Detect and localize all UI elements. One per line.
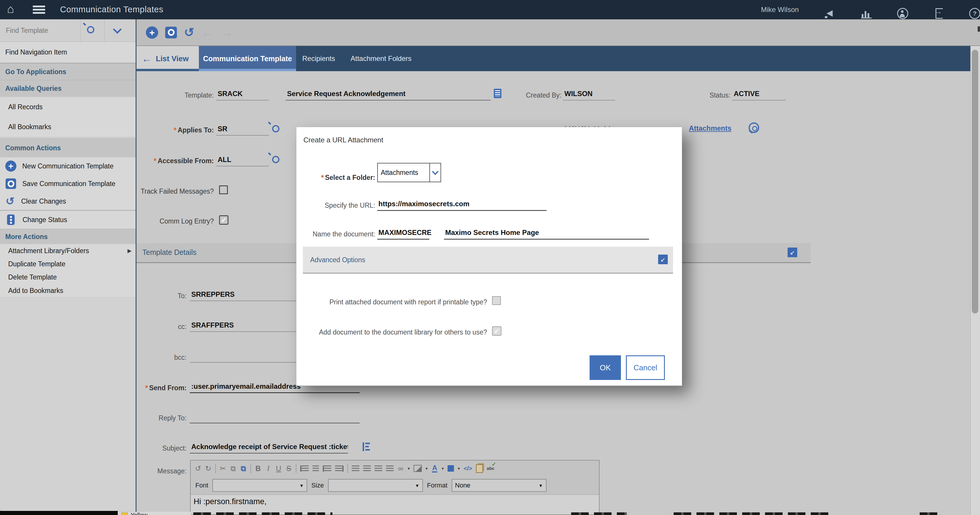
created-by-label: Created By: [508,91,562,100]
format-select[interactable]: None▼ [452,479,547,492]
subject-field[interactable]: Acknowledge receipt of Service Request :… [190,442,348,453]
app-header: ⌂ Communication Templates Mike Wilson → … [0,0,980,19]
align-left-icon[interactable] [352,466,360,472]
tab-communication-template[interactable]: Communication Template [199,46,296,71]
source-code-icon[interactable]: </> [464,464,472,473]
subject-tree-icon[interactable] [363,442,371,452]
sidebar-item-all-bookmarks[interactable]: All Bookmarks [0,117,135,137]
font-select[interactable]: ▼ [212,479,307,492]
template-field[interactable]: SRACK [216,89,269,100]
text-color-icon[interactable]: A [431,464,438,472]
cancel-button[interactable]: Cancel [626,356,665,380]
vertical-scrollbar-thumb[interactable] [972,50,978,313]
highlight-caret-icon[interactable]: ▾ [458,466,460,471]
image-icon[interactable] [414,465,422,472]
folder-select[interactable]: Attachments [377,163,441,182]
cut-icon[interactable]: ✂ [220,464,226,473]
paste-icon[interactable]: ⧉ [240,464,247,473]
sidebar-item-delete-template[interactable]: Delete Template [0,271,135,284]
tab-recipients[interactable]: Recipients [300,46,338,71]
sidebar-item-new-template[interactable]: + New Communication Template [0,157,135,175]
indent-icon[interactable] [323,466,331,472]
menu-icon[interactable] [33,6,45,14]
size-select[interactable]: ▼ [328,479,423,492]
submenu-arrow-icon: ▶ [127,247,132,254]
sidebar-header-go-to-applications[interactable]: Go To Applications [0,63,135,80]
attachments-link[interactable]: Attachments [689,124,731,133]
text-color-caret-icon[interactable]: ▾ [442,466,444,471]
editor-format-bar: Font ▼ Size ▼ Format None▼ [191,476,599,495]
highlight-icon[interactable] [447,465,454,472]
outdent-icon[interactable] [335,466,344,472]
underline-icon[interactable]: U [275,464,282,473]
sidebar-item-duplicate-template[interactable]: Duplicate Template [0,257,135,271]
chevron-down-icon[interactable] [113,25,122,34]
next-record-icon[interactable]: → [221,26,233,39]
bold-icon[interactable]: B [255,464,261,473]
required-marker: * [174,126,177,134]
sidebar-item-find-navigation[interactable]: Find Navigation Item [0,42,135,63]
paperclip-icon[interactable] [749,123,760,136]
reports-icon[interactable] [861,8,872,20]
collapse-advanced-icon[interactable]: ↙ [658,255,668,264]
sidebar-item-add-to-bookmarks[interactable]: Add to Bookmarks [0,284,135,298]
applies-to-field[interactable]: SR [216,124,269,136]
image-caret-icon[interactable]: ▾ [426,466,428,471]
print-with-report-checkbox[interactable]: ✓ [492,296,501,305]
reply-to-field[interactable] [190,411,360,423]
collapse-section-icon[interactable]: ↙ [788,247,797,257]
undo-icon[interactable]: ↺ [195,464,201,473]
back-to-list-view[interactable]: ← List View [137,46,199,71]
document-name-field[interactable]: MAXIMOSECRE [377,227,430,240]
add-to-library-checkbox[interactable]: ✓ [492,326,501,336]
comm-log-checkbox[interactable]: ✓ [219,215,229,225]
sidebar-item-save-template[interactable]: Save Communication Template [0,175,135,193]
strikethrough-icon[interactable]: S [286,464,292,473]
clear-changes-icon[interactable]: ↺ [184,27,194,38]
message-body[interactable]: Hi :person.firstname, [191,495,599,514]
user-name[interactable]: Mike Wilson [761,6,799,14]
announcements-icon[interactable] [824,8,835,19]
align-center-icon[interactable] [363,466,371,472]
url-field[interactable]: https://maximosecrets.com [377,199,547,211]
track-failed-checkbox[interactable]: ✓ [219,185,228,194]
new-record-icon[interactable]: + [146,26,158,39]
url-label: Specify the URL: [314,201,375,210]
align-right-icon[interactable] [375,466,382,472]
bullet-list-icon[interactable] [312,466,319,472]
help-icon[interactable]: ? [969,8,980,19]
sidebar-header-available-queries[interactable]: Available Queries [0,80,135,97]
profile-icon[interactable] [897,8,908,19]
copy-document-icon[interactable] [476,464,483,473]
save-record-icon[interactable] [165,27,177,38]
sidebar-item-clear-changes[interactable]: ↺ Clear Changes [0,193,135,210]
link-icon[interactable]: ∞ [398,464,404,473]
sidebar-header-common-actions[interactable]: Common Actions [0,138,135,158]
justify-icon[interactable] [386,466,394,472]
sidebar-item-change-status[interactable]: Change Status [0,210,135,230]
redo-icon[interactable]: ↻ [205,464,212,473]
previous-record-icon[interactable]: ← [201,26,213,39]
record-toolbar: + ↺ ← → [137,19,980,46]
folder-select-arrow[interactable] [430,163,441,182]
logout-icon[interactable]: → [933,8,945,19]
tab-attachment-folders[interactable]: Attachment Folders [346,46,416,71]
home-icon[interactable]: ⌂ [7,3,14,14]
ok-button[interactable]: OK [590,356,621,380]
sidebar-item-attachment-library[interactable]: Attachment Library/Folders ▶ [0,244,135,258]
ordered-list-icon[interactable] [300,466,309,472]
spellcheck-icon[interactable]: abc✓ [487,464,495,473]
template-label: Template: [160,91,214,100]
template-description-field[interactable]: Service Request Acknowledgement [286,89,491,100]
long-description-icon[interactable] [494,89,501,98]
sidebar-header-more-actions[interactable]: More Actions [0,229,135,245]
copy-icon[interactable]: ⧉ [230,464,236,473]
accessible-from-field[interactable]: ALL [216,155,269,166]
required-marker: * [145,384,148,392]
search-input[interactable] [5,26,77,35]
link-caret-icon[interactable]: ▾ [408,466,410,471]
sidebar-item-all-records[interactable]: All Records [0,97,135,117]
italic-icon[interactable]: I [265,464,272,473]
created-by-field[interactable]: WILSON [563,89,615,100]
document-description-field[interactable]: Maximo Secrets Home Page [444,227,649,240]
